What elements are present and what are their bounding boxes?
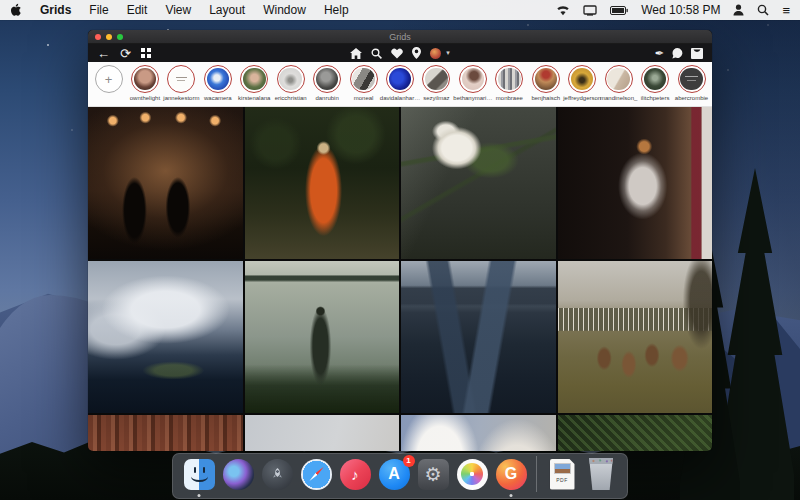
dock-system-preferences[interactable]: ⚙ <box>416 456 450 492</box>
story-avatar <box>571 68 594 91</box>
dock: ♪ A 1 ⚙ G PDF <box>172 453 628 499</box>
menu-edit[interactable]: Edit <box>127 3 148 17</box>
story-ilitchpeters[interactable]: ilitchpeters <box>638 65 673 102</box>
story-danrubin[interactable]: danrubin <box>310 65 345 102</box>
story-wacamera[interactable]: wacamera <box>200 65 235 102</box>
story-avatar <box>316 68 339 91</box>
story-mandinelson[interactable]: mandinelson_ <box>601 65 636 102</box>
app-store-icon: A 1 <box>379 459 410 490</box>
finder-icon <box>184 459 215 490</box>
wifi-icon[interactable] <box>556 5 570 16</box>
grids-app-icon: G <box>496 459 527 490</box>
story-avatar <box>462 68 485 91</box>
search-button[interactable] <box>371 48 382 59</box>
story-monbraee[interactable]: monbraee <box>492 65 527 102</box>
dock-grids[interactable]: G <box>494 456 528 492</box>
profile-avatar[interactable] <box>430 48 441 59</box>
story-ericchristian[interactable]: ericchristian <box>273 65 308 102</box>
app-store-badge: 1 <box>403 455 415 467</box>
stories-bar: + ownthelight jannekestorm wacamera kirs… <box>88 62 712 107</box>
story-moneal[interactable]: moneal <box>346 65 381 102</box>
photo-tile[interactable] <box>88 261 243 413</box>
window-title: Grids <box>88 32 712 42</box>
photo-tile[interactable] <box>88 415 243 451</box>
story-sezyilmaz[interactable]: sezyilmaz <box>419 65 454 102</box>
menu-bar: Grids File Edit View Layout Window Help … <box>0 0 800 20</box>
home-button[interactable] <box>350 48 362 59</box>
photo-tile[interactable] <box>245 415 400 451</box>
add-story-button[interactable]: + <box>91 65 126 93</box>
story-avatar <box>279 68 302 91</box>
grids-window: Grids ← ⟳ <box>88 30 712 451</box>
photo-tile[interactable] <box>558 415 713 451</box>
apple-menu-icon[interactable] <box>10 3 22 17</box>
dock-itunes[interactable]: ♪ <box>338 456 372 492</box>
story-ownthelight[interactable]: ownthelight <box>127 65 162 102</box>
photo-tile[interactable] <box>558 261 713 413</box>
dock-launchpad[interactable] <box>260 456 294 492</box>
story-bethanymari[interactable]: bethanymari… <box>455 65 490 102</box>
safari-icon <box>301 459 332 490</box>
dock-pdf-document[interactable]: PDF <box>545 456 579 492</box>
story-avatar <box>680 68 703 91</box>
story-benjhaisch[interactable]: benjhaisch <box>528 65 563 102</box>
photo-tile[interactable] <box>401 107 556 259</box>
story-avatar <box>644 68 667 91</box>
spotlight-search-icon[interactable] <box>757 4 769 16</box>
likes-heart-button[interactable] <box>391 48 403 59</box>
dock-safari[interactable] <box>299 456 333 492</box>
trash-icon <box>588 458 615 490</box>
account-dropdown-caret[interactable]: ▾ <box>446 49 450 57</box>
story-avatar <box>170 68 193 91</box>
story-avatar <box>207 68 230 91</box>
add-story-circle: + <box>95 65 123 93</box>
comments-bubble-button[interactable] <box>672 48 683 59</box>
story-jeffreydgerson[interactable]: jeffreydgerson <box>565 65 600 102</box>
inbox-download-button[interactable] <box>691 48 703 59</box>
menu-view[interactable]: View <box>165 3 191 17</box>
itunes-icon: ♪ <box>340 459 371 490</box>
menu-window[interactable]: Window <box>263 3 306 17</box>
app-menu-grids[interactable]: Grids <box>40 3 71 17</box>
display-mirroring-icon[interactable] <box>583 5 597 16</box>
pdf-document-icon: PDF <box>550 459 575 490</box>
photo-feed-grid <box>88 107 712 451</box>
grid-view-button[interactable] <box>141 48 151 58</box>
photos-flower-icon <box>457 459 488 490</box>
photo-tile[interactable] <box>401 261 556 413</box>
story-abercrombie[interactable]: abercrombie <box>674 65 709 102</box>
window-titlebar: Grids <box>88 30 712 44</box>
photo-tile[interactable] <box>245 261 400 413</box>
menu-help[interactable]: Help <box>324 3 349 17</box>
siri-icon <box>223 459 254 490</box>
dock-finder[interactable] <box>182 456 216 492</box>
location-button[interactable] <box>412 47 421 59</box>
story-avatar <box>425 68 448 91</box>
photo-tile[interactable] <box>245 107 400 259</box>
desktop: Grids File Edit View Layout Window Help … <box>0 0 800 500</box>
story-jannekestorm[interactable]: jannekestorm <box>164 65 199 102</box>
dock-app-store[interactable]: A 1 <box>377 456 411 492</box>
story-avatar <box>134 68 157 91</box>
menu-bar-clock[interactable]: Wed 10:58 PM <box>641 3 720 17</box>
notification-center-icon[interactable]: ≡ <box>782 4 790 17</box>
story-avatar <box>498 68 521 91</box>
photo-tile[interactable] <box>401 415 556 451</box>
battery-icon[interactable] <box>610 6 628 15</box>
pen-compose-button[interactable]: ✒ <box>655 48 664 59</box>
story-kirstenalana[interactable]: kirstenalana <box>237 65 272 102</box>
dock-siri[interactable] <box>221 456 255 492</box>
dock-photos[interactable] <box>455 456 489 492</box>
window-toolbar: ← ⟳ ▾ ✒ <box>88 44 712 62</box>
user-icon[interactable] <box>733 4 744 16</box>
story-davidalanhar[interactable]: davidalanhar… <box>383 65 418 102</box>
dock-separator <box>536 456 537 492</box>
refresh-button[interactable]: ⟳ <box>120 47 131 60</box>
menu-layout[interactable]: Layout <box>209 3 245 17</box>
menu-file[interactable]: File <box>89 3 108 17</box>
dock-trash[interactable] <box>584 456 618 492</box>
back-button[interactable]: ← <box>97 47 110 60</box>
system-preferences-gear-icon: ⚙ <box>418 459 449 490</box>
photo-tile[interactable] <box>88 107 243 259</box>
photo-tile[interactable] <box>558 107 713 259</box>
